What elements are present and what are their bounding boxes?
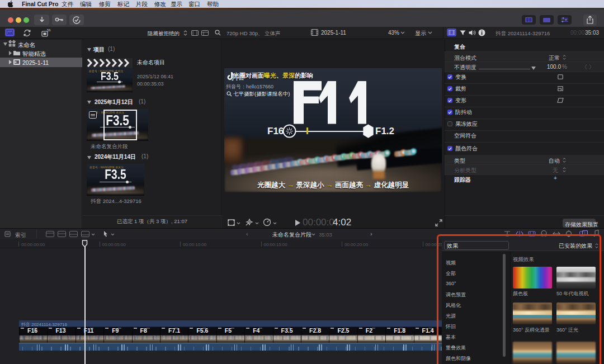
svg-text:56: 56 <box>47 29 51 32</box>
